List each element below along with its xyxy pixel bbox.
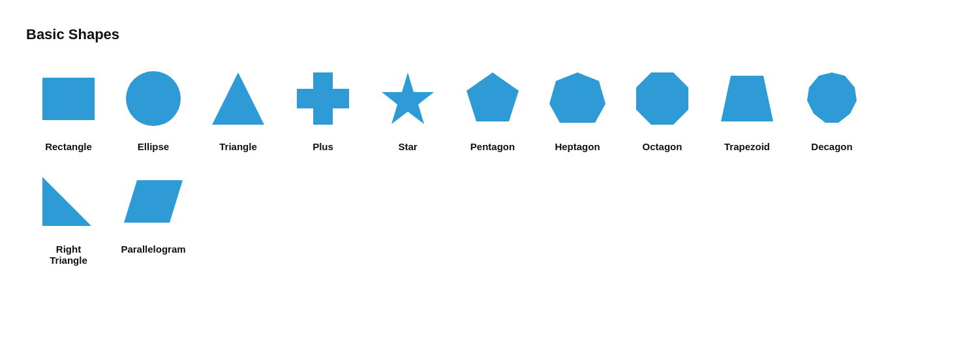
shape-item-ellipse: Ellipse	[111, 63, 196, 152]
shape-item-trapezoid: Trapezoid	[705, 63, 789, 152]
shape-item-parallelogram: Parallelogram	[111, 165, 196, 255]
shape-right-triangle	[36, 165, 101, 237]
shape-item-decagon: Decagon	[789, 63, 874, 152]
shape-octagon	[630, 63, 695, 134]
shape-ellipse	[121, 63, 186, 134]
shape-item-rectangle: Rectangle	[26, 63, 111, 152]
shape-label-heptagon: Heptagon	[555, 141, 600, 152]
shape-item-pentagon: Pentagon	[450, 63, 535, 152]
shape-parallelogram	[121, 165, 186, 237]
shape-item-triangle: Triangle	[196, 63, 281, 152]
shape-label-pentagon: Pentagon	[470, 141, 515, 152]
shape-label-decagon: Decagon	[811, 141, 852, 152]
svg-marker-11	[42, 177, 91, 226]
shape-label-rectangle: Rectangle	[45, 141, 92, 152]
svg-marker-10	[807, 72, 857, 123]
shapes-section: Rectangle Ellipse Triangle	[26, 63, 954, 279]
shape-triangle	[206, 63, 271, 134]
shape-decagon	[799, 63, 865, 134]
svg-rect-4	[297, 89, 349, 108]
shape-label-triangle: Triangle	[219, 141, 257, 152]
svg-marker-2	[212, 72, 264, 125]
page-title: Basic Shapes	[26, 26, 954, 43]
shape-label-right-triangle: Right Triangle	[50, 244, 87, 266]
svg-marker-9	[721, 76, 773, 121]
shape-item-plus: Plus	[281, 63, 365, 152]
shape-item-right-triangle: Right Triangle	[26, 165, 111, 266]
shape-plus	[290, 63, 356, 134]
shape-label-star: Star	[398, 141, 417, 152]
shape-rectangle	[36, 63, 101, 134]
svg-marker-12	[124, 180, 183, 223]
svg-marker-8	[636, 72, 688, 125]
shape-item-octagon: Octagon	[620, 63, 705, 152]
shape-pentagon	[460, 63, 525, 134]
shape-label-ellipse: Ellipse	[138, 141, 169, 152]
shape-label-parallelogram: Parallelogram	[121, 244, 185, 255]
svg-marker-7	[549, 72, 605, 123]
shape-star	[375, 63, 440, 134]
svg-point-1	[126, 71, 181, 126]
shape-label-plus: Plus	[313, 141, 333, 152]
shape-heptagon	[545, 63, 610, 134]
shape-label-trapezoid: Trapezoid	[724, 141, 770, 152]
shapes-row-2: Right Triangle Parallelogram	[26, 165, 954, 279]
svg-marker-5	[382, 72, 434, 124]
shape-label-octagon: Octagon	[643, 141, 682, 152]
shapes-row-1: Rectangle Ellipse Triangle	[26, 63, 954, 165]
shape-item-heptagon: Heptagon	[535, 63, 620, 152]
shape-trapezoid	[714, 63, 780, 134]
svg-rect-0	[42, 78, 95, 120]
shape-item-star: Star	[365, 63, 450, 152]
svg-marker-6	[467, 72, 519, 121]
